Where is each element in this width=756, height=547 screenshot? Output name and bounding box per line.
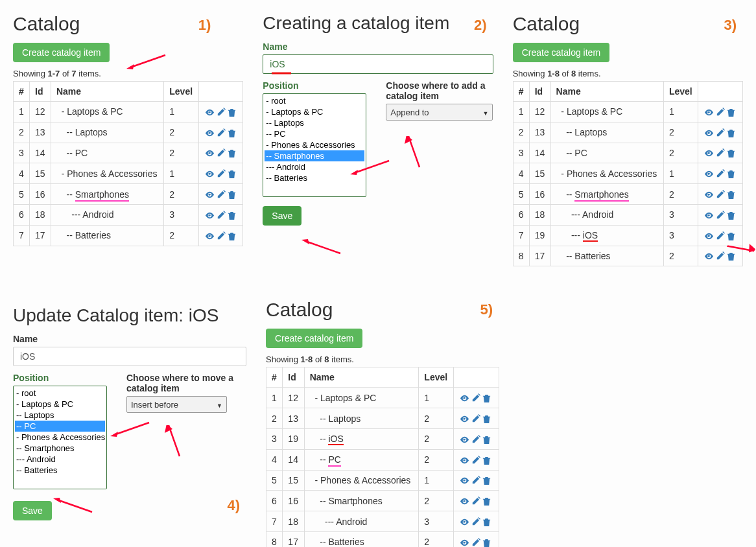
cell-id: 17 [529, 246, 550, 266]
eye-icon[interactable] [460, 516, 469, 527]
row-actions [198, 204, 243, 225]
eye-icon[interactable] [460, 537, 469, 547]
create-catalog-button[interactable]: Create catalog item [513, 43, 609, 62]
eye-icon[interactable] [460, 413, 469, 424]
eye-icon[interactable] [205, 106, 215, 117]
pencil-icon[interactable] [471, 516, 480, 527]
cell-name: -- Smartphones [51, 184, 163, 205]
cell-num: 2 [266, 408, 283, 429]
trash-icon[interactable] [227, 168, 237, 179]
pencil-icon[interactable] [216, 230, 226, 241]
eye-icon[interactable] [205, 209, 215, 220]
cell-name: -- Smartphones [304, 491, 419, 511]
tree-android: --- Android [265, 161, 364, 172]
pencil-icon[interactable] [471, 413, 480, 424]
eye-icon[interactable] [704, 127, 714, 138]
pencil-icon[interactable] [216, 189, 226, 200]
eye-icon[interactable] [460, 475, 469, 486]
pencil-icon[interactable] [216, 106, 226, 117]
pencil-icon[interactable] [715, 251, 725, 262]
eye-icon[interactable] [704, 230, 714, 241]
eye-icon[interactable] [460, 495, 469, 506]
trash-icon[interactable] [726, 230, 736, 241]
trash-icon[interactable] [726, 168, 736, 179]
eye-icon[interactable] [704, 209, 714, 220]
pencil-icon[interactable] [715, 148, 725, 159]
pencil-icon[interactable] [471, 392, 480, 403]
trash-icon[interactable] [482, 434, 491, 445]
cell-level: 2 [663, 143, 698, 163]
trash-icon[interactable] [726, 127, 736, 138]
pencil-icon[interactable] [216, 127, 226, 138]
col-name: Name [550, 82, 663, 102]
col-level: Level [164, 82, 198, 102]
pencil-icon[interactable] [216, 148, 226, 159]
pencil-icon[interactable] [471, 434, 480, 445]
pencil-icon[interactable] [715, 230, 725, 241]
eye-icon[interactable] [460, 454, 469, 465]
trash-icon[interactable] [227, 127, 237, 138]
pencil-icon[interactable] [216, 209, 226, 220]
trash-icon[interactable] [726, 209, 736, 220]
name-input[interactable] [13, 347, 246, 366]
trash-icon[interactable] [482, 392, 491, 403]
pencil-icon[interactable] [471, 454, 480, 465]
save-button[interactable]: Save [263, 206, 301, 226]
pencil-icon[interactable] [471, 495, 480, 506]
create-catalog-button[interactable]: Create catalog item [13, 43, 110, 62]
position-tree[interactable]: - root - Laptops & PC -- Laptops -- PC -… [13, 386, 107, 489]
eye-icon[interactable] [704, 251, 714, 262]
pencil-icon[interactable] [715, 168, 725, 179]
cell-id: 15 [529, 163, 550, 184]
insert-mode-dropdown[interactable]: Insert before [126, 396, 227, 413]
name-label: Name [263, 41, 493, 52]
cell-id: 16 [283, 491, 304, 511]
eye-icon[interactable] [460, 434, 469, 445]
name-input[interactable] [263, 54, 493, 74]
trash-icon[interactable] [227, 148, 237, 159]
trash-icon[interactable] [227, 106, 237, 117]
eye-icon[interactable] [704, 189, 714, 200]
eye-icon[interactable] [205, 189, 215, 200]
pencil-icon[interactable] [715, 106, 725, 117]
pencil-icon[interactable] [216, 168, 226, 179]
trash-icon[interactable] [726, 148, 736, 159]
cell-level: 2 [419, 428, 454, 449]
pencil-icon[interactable] [471, 537, 480, 547]
cell-num: 4 [14, 163, 30, 184]
pencil-icon[interactable] [715, 127, 725, 138]
pencil-icon[interactable] [715, 209, 725, 220]
eye-icon[interactable] [704, 148, 714, 159]
cell-num: 6 [14, 204, 30, 225]
trash-icon[interactable] [482, 495, 491, 506]
save-button[interactable]: Save [13, 501, 52, 520]
trash-icon[interactable] [227, 230, 237, 241]
create-catalog-button[interactable]: Create catalog item [266, 329, 362, 348]
pencil-icon[interactable] [715, 189, 725, 200]
cell-name: -- PC [51, 143, 163, 163]
eye-icon[interactable] [460, 392, 469, 403]
trash-icon[interactable] [227, 209, 237, 220]
eye-icon[interactable] [205, 127, 215, 138]
eye-icon[interactable] [205, 168, 215, 179]
trash-icon[interactable] [482, 413, 491, 424]
trash-icon[interactable] [482, 516, 491, 527]
trash-icon[interactable] [482, 537, 491, 547]
position-tree[interactable]: - root - Laptops & PC -- Laptops -- PC -… [263, 93, 366, 197]
cell-level: 3 [663, 204, 698, 225]
pencil-icon[interactable] [471, 475, 480, 486]
eye-icon[interactable] [704, 106, 714, 117]
trash-icon[interactable] [726, 189, 736, 200]
col-name: Name [304, 367, 419, 388]
cell-level: 2 [663, 122, 698, 143]
trash-icon[interactable] [227, 189, 237, 200]
append-mode-dropdown[interactable]: Append to [386, 104, 493, 121]
eye-icon[interactable] [704, 168, 714, 179]
eye-icon[interactable] [205, 148, 215, 159]
trash-icon[interactable] [726, 106, 736, 117]
eye-icon[interactable] [205, 230, 215, 241]
trash-icon[interactable] [482, 475, 491, 486]
trash-icon[interactable] [726, 251, 736, 262]
cell-level: 1 [419, 470, 454, 491]
trash-icon[interactable] [482, 454, 491, 465]
